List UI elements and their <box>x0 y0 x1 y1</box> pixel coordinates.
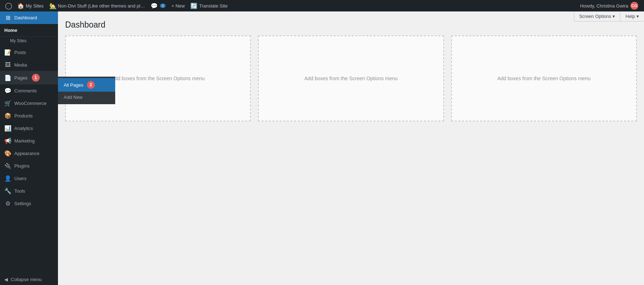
sidebar-appearance-label: Appearance <box>14 151 39 156</box>
home-icon: 🏡 <box>49 3 57 9</box>
dashboard-box-3: Add boxes from the Screen Options menu <box>451 35 637 121</box>
comments-link[interactable]: 💬 0 <box>148 0 169 11</box>
sidebar-item-dashboard[interactable]: ⊞ Dashboard <box>0 11 58 24</box>
sidebar-item-appearance[interactable]: 🎨 Appearance <box>0 147 58 160</box>
wp-logo-icon[interactable]: ◯ <box>3 0 14 11</box>
comments-sidebar-icon: 💬 <box>4 87 11 94</box>
howdy-text: Howdy, Christina Gwira <box>580 3 628 9</box>
new-content-button[interactable]: + New <box>169 0 187 11</box>
help-chevron: ▾ <box>636 14 639 19</box>
media-icon: 🖼 <box>4 62 11 68</box>
help-button[interactable]: Help ▾ <box>620 11 644 21</box>
all-pages-label: All Pages <box>64 82 83 88</box>
sidebar-media-label: Media <box>14 62 27 68</box>
users-icon: 👤 <box>4 175 11 182</box>
sidebar-tools-label: Tools <box>14 188 25 194</box>
sidebar-item-settings[interactable]: ⚙ Settings <box>0 197 58 210</box>
collapse-label: Collapse menu <box>11 277 42 282</box>
marketing-icon: 📢 <box>4 137 11 144</box>
sidebar-my-sites-link[interactable]: My Sites <box>0 37 58 46</box>
submenu-add-new[interactable]: Add New <box>58 92 115 103</box>
box-placeholder-1: Add boxes from the Screen Options menu <box>111 76 205 81</box>
help-label: Help <box>625 14 635 19</box>
sidebar-item-plugins[interactable]: 🔌 Plugins <box>0 160 58 172</box>
admin-bar: ◯ 🏠 My Sites 🏡 Non-Divi Stuff (Like othe… <box>0 0 644 11</box>
sidebar-item-comments[interactable]: 💬 Comments <box>0 84 58 97</box>
page-title: Dashboard <box>65 20 637 30</box>
site-name-link[interactable]: 🏡 Non-Divi Stuff (Like other themes and … <box>47 0 148 11</box>
sidebar-item-marketing[interactable]: 📢 Marketing <box>0 135 58 147</box>
posts-icon: 📝 <box>4 49 11 56</box>
sidebar-settings-label: Settings <box>14 201 31 206</box>
screen-options-button[interactable]: Screen Options ▾ <box>574 11 620 21</box>
pages-icon: 📄 <box>4 74 11 81</box>
box-placeholder-2: Add boxes from the Screen Options menu <box>304 76 398 81</box>
user-howdy[interactable]: Howdy, Christina Gwira CG <box>577 2 641 10</box>
plugins-icon: 🔌 <box>4 163 11 169</box>
comments-count: 0 <box>160 4 166 8</box>
my-sites-icon: 🏠 <box>17 3 24 9</box>
products-icon: 📦 <box>4 112 11 119</box>
translate-label: Translate Site <box>199 3 228 9</box>
sidebar-item-woocommerce[interactable]: 🛒 WooCommerce <box>0 97 58 110</box>
sidebar-item-pages[interactable]: 📄 Pages 1 <box>0 71 58 84</box>
sidebar-analytics-label: Analytics <box>14 126 33 131</box>
dashboard-icon: ⊞ <box>4 14 11 21</box>
sidebar-comments-label: Comments <box>14 88 37 93</box>
my-sites-label: My Sites <box>26 3 44 9</box>
pages-submenu: All Pages 2 Add New <box>58 77 115 104</box>
translate-icon: 🔄 <box>190 3 197 9</box>
main-content: Screen Options ▾ Help ▾ Dashboard Add bo… <box>58 11 644 285</box>
submenu-all-pages[interactable]: All Pages 2 <box>58 78 115 92</box>
sidebar-posts-label: Posts <box>14 50 26 55</box>
user-avatar: CG <box>630 2 638 10</box>
sidebar-marketing-label: Marketing <box>14 138 35 144</box>
tools-icon: 🔧 <box>4 188 11 194</box>
collapse-menu-button[interactable]: ◀ Collapse menu <box>0 274 58 285</box>
sidebar-item-posts[interactable]: 📝 Posts <box>0 46 58 59</box>
new-label: + New <box>171 3 185 9</box>
analytics-icon: 📊 <box>4 125 11 132</box>
sidebar: ⊞ Dashboard Home My Sites 📝 Posts 🖼 Medi… <box>0 11 58 285</box>
sidebar-plugins-label: Plugins <box>14 163 30 169</box>
collapse-icon: ◀ <box>4 277 8 282</box>
sidebar-dashboard-label: Dashboard <box>14 15 37 20</box>
my-sites-menu[interactable]: 🏠 My Sites <box>14 0 47 11</box>
site-name-text: Non-Divi Stuff (Like other themes and pl… <box>58 3 145 9</box>
dashboard-grid: Add boxes from the Screen Options menu A… <box>65 35 637 121</box>
translate-site-link[interactable]: 🔄 Translate Site <box>187 0 230 11</box>
appearance-icon: 🎨 <box>4 150 11 157</box>
settings-icon: ⚙ <box>4 200 11 207</box>
pages-step-badge: 1 <box>32 74 40 82</box>
screen-options-label: Screen Options <box>579 14 611 19</box>
screen-options-chevron: ▾ <box>613 14 615 19</box>
box-placeholder-3: Add boxes from the Screen Options menu <box>497 76 591 81</box>
sidebar-item-tools[interactable]: 🔧 Tools <box>0 185 58 197</box>
sidebar-home-label: Home <box>0 24 58 37</box>
sidebar-item-media[interactable]: 🖼 Media <box>0 59 58 71</box>
sidebar-products-label: Products <box>14 113 33 119</box>
top-bar: Screen Options ▾ Help ▾ <box>574 11 644 21</box>
sidebar-pages-label: Pages <box>14 75 28 81</box>
sidebar-woocommerce-label: WooCommerce <box>14 101 47 106</box>
sidebar-users-label: Users <box>14 176 26 181</box>
sidebar-item-analytics[interactable]: 📊 Analytics <box>0 122 58 135</box>
dashboard-box-2: Add boxes from the Screen Options menu <box>258 35 444 121</box>
sidebar-item-products[interactable]: 📦 Products <box>0 110 58 122</box>
sidebar-item-users[interactable]: 👤 Users <box>0 172 58 185</box>
comment-icon: 💬 <box>151 3 158 9</box>
woocommerce-icon: 🛒 <box>4 100 11 107</box>
add-new-label: Add New <box>64 95 83 100</box>
all-pages-step-badge: 2 <box>87 81 95 89</box>
